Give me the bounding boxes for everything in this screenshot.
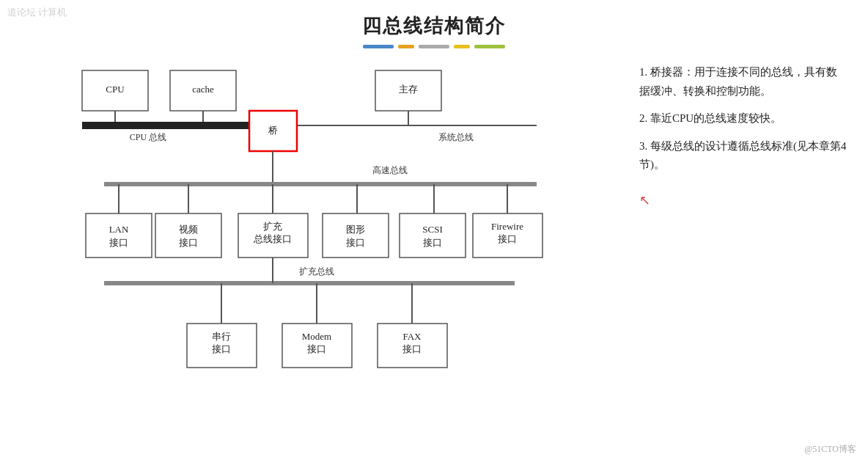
right-item-3: 3. 每级总线的设计遵循总线标准(见本章第4节)。 (639, 137, 847, 175)
scsi-label-1: SCSI (422, 224, 442, 235)
color-bar-5 (474, 45, 505, 48)
serial-label-2: 接口 (212, 343, 231, 354)
firewire-label-1: Firewire (491, 221, 523, 232)
graphics-label-1: 图形 (346, 224, 365, 235)
right-item-2: 2. 靠近CPU的总线速度较快。 (639, 109, 847, 128)
modem-label-2: 接口 (307, 343, 326, 354)
serial-label-1: 串行 (212, 331, 231, 342)
color-bar-3 (419, 45, 449, 48)
credit-text: @51CTO博客 (804, 443, 856, 456)
graphics-box (323, 213, 389, 258)
expand-bus-label-1: 扩充 (263, 221, 282, 232)
lan-label-1: LAN (109, 224, 129, 235)
lan-label-2: 接口 (109, 237, 128, 248)
content-area: CPU cache 主存 CPU 总线 系统总线 桥 高速总线 (0, 56, 868, 433)
scsi-box (400, 213, 466, 258)
watermark: 道论坛 计算机 (7, 6, 67, 19)
main-mem-label: 主存 (399, 84, 418, 95)
expand-bus-label: 扩充总线 (299, 266, 334, 277)
highspeed-bus-label: 高速总线 (372, 165, 408, 175)
lan-box (86, 213, 152, 258)
modem-label-1: Modem (302, 331, 331, 342)
color-bar-1 (363, 45, 394, 48)
expand-bus-label-2: 总线接口 (253, 233, 292, 244)
video-label-1: 视频 (179, 224, 198, 235)
video-label-2: 接口 (179, 237, 198, 248)
color-bar-2 (398, 45, 414, 48)
page-title: 四总线结构简介 (0, 13, 868, 39)
cpu-bus-bar (82, 122, 262, 129)
graphics-label-2: 接口 (346, 237, 365, 248)
cpu-label: CPU (106, 84, 125, 95)
fax-label-2: 接口 (402, 343, 422, 354)
cpu-bus-label: CPU 总线 (130, 132, 166, 142)
color-bar-4 (454, 45, 470, 48)
title-area: 四总线结构简介 (0, 0, 868, 48)
video-box (155, 213, 221, 258)
diagram-area: CPU cache 主存 CPU 总线 系统总线 桥 高速总线 (15, 56, 619, 433)
right-item-1: 1. 桥接器：用于连接不同的总线，具有数据缓冲、转换和控制功能。 (639, 63, 847, 101)
bridge-label: 桥 (268, 125, 278, 136)
bus-diagram: CPU cache 主存 CPU 总线 系统总线 桥 高速总线 (15, 56, 619, 430)
fax-label-1: FAX (402, 331, 422, 342)
firewire-label-2: 接口 (498, 233, 517, 244)
right-panel: 1. 桥接器：用于连接不同的总线，具有数据缓冲、转换和控制功能。 2. 靠近CP… (633, 56, 853, 433)
scsi-label-2: 接口 (423, 237, 442, 248)
color-bars (0, 45, 868, 48)
cache-label: cache (192, 84, 214, 95)
system-bus-label: 系统总线 (438, 132, 474, 142)
cursor-indicator: ↖ (639, 189, 847, 212)
